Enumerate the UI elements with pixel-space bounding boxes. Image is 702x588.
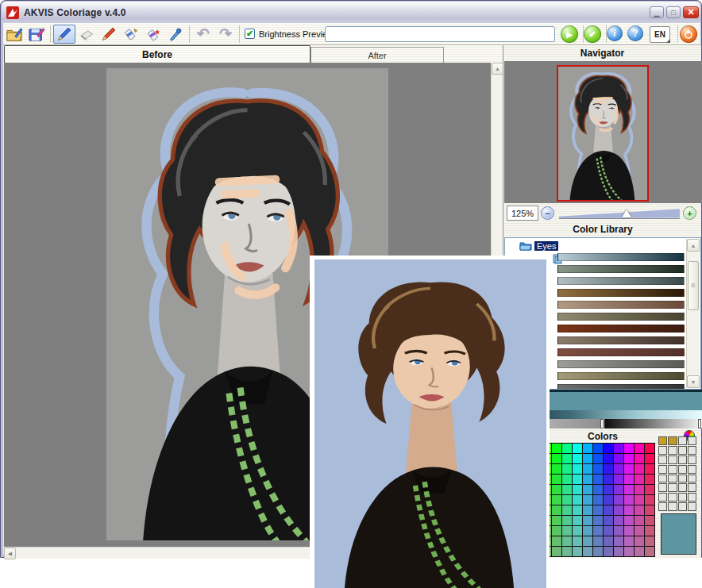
custom-swatch[interactable] xyxy=(678,493,687,502)
palette-color[interactable] xyxy=(624,505,634,515)
palette-color[interactable] xyxy=(645,454,654,463)
palette-color[interactable] xyxy=(593,547,603,556)
palette-color[interactable] xyxy=(552,454,561,463)
palette-color[interactable] xyxy=(604,495,613,505)
palette-color[interactable] xyxy=(624,516,634,525)
gradient-item[interactable] xyxy=(557,289,685,297)
palette-color[interactable] xyxy=(604,526,613,536)
custom-swatch[interactable] xyxy=(688,502,696,511)
palette-color[interactable] xyxy=(645,495,654,505)
palette-color[interactable] xyxy=(593,485,603,494)
eraser-tool-button[interactable] xyxy=(75,25,98,44)
palette-color[interactable] xyxy=(573,526,582,536)
palette-color[interactable] xyxy=(593,536,603,546)
custom-swatch[interactable] xyxy=(668,483,677,492)
custom-swatch[interactable] xyxy=(668,493,677,502)
custom-swatch[interactable] xyxy=(668,436,677,445)
palette-color[interactable] xyxy=(593,495,603,505)
zoom-slider[interactable] xyxy=(559,208,680,220)
palette-color[interactable] xyxy=(604,485,613,494)
undo-button[interactable]: ↶ xyxy=(192,25,214,44)
custom-swatch[interactable] xyxy=(678,465,687,474)
eyedropper-tool-button[interactable] xyxy=(164,25,187,44)
palette-color[interactable] xyxy=(634,464,644,474)
palette-color[interactable] xyxy=(604,505,613,515)
custom-swatch[interactable] xyxy=(658,465,667,474)
custom-swatch[interactable] xyxy=(668,446,677,455)
palette-color[interactable] xyxy=(552,444,561,453)
palette-color[interactable] xyxy=(634,536,644,546)
about-button[interactable]: i xyxy=(607,25,623,41)
palette-color[interactable] xyxy=(634,475,644,484)
palette-color[interactable] xyxy=(552,547,561,556)
palette-color[interactable] xyxy=(614,444,623,453)
gradient-item[interactable] xyxy=(557,348,685,356)
palette-color[interactable] xyxy=(562,536,572,546)
palette-color[interactable] xyxy=(583,505,592,515)
tab-before[interactable]: Before xyxy=(4,45,310,63)
palette-color[interactable] xyxy=(624,464,634,474)
palette-color[interactable] xyxy=(634,495,644,505)
palette-color[interactable] xyxy=(624,454,634,463)
custom-swatch[interactable] xyxy=(678,455,687,464)
gradient-item[interactable] xyxy=(557,325,685,332)
navigator-thumbnail[interactable] xyxy=(557,65,649,202)
palette-color[interactable] xyxy=(614,485,623,494)
range-handle-right[interactable] xyxy=(698,419,701,429)
palette-color[interactable] xyxy=(634,505,644,515)
palette-color[interactable] xyxy=(624,485,634,494)
palette-color[interactable] xyxy=(562,454,572,463)
palette-color[interactable] xyxy=(562,516,572,525)
apply-button[interactable]: ✔ xyxy=(584,25,601,43)
palette-color[interactable] xyxy=(593,444,603,453)
selected-color-swatch[interactable] xyxy=(661,513,696,555)
palette-color[interactable] xyxy=(645,505,654,515)
library-scrollbar[interactable]: ▲ ▼ xyxy=(686,239,700,388)
palette-color[interactable] xyxy=(614,454,623,463)
brightness-preview-checkbox[interactable]: ✔ xyxy=(245,29,255,39)
custom-swatch[interactable] xyxy=(658,475,667,483)
palette-color[interactable] xyxy=(604,547,613,556)
palette-color[interactable] xyxy=(634,516,644,525)
palette-color[interactable] xyxy=(604,444,613,453)
palette-color[interactable] xyxy=(573,516,582,525)
palette-color[interactable] xyxy=(593,516,603,525)
palette-color[interactable] xyxy=(604,536,613,546)
palette-color[interactable] xyxy=(645,444,654,453)
custom-swatch[interactable] xyxy=(668,475,677,483)
tab-after[interactable]: After xyxy=(310,47,444,63)
open-button[interactable] xyxy=(3,25,25,44)
zoom-in-button[interactable]: + xyxy=(683,206,696,220)
custom-swatch[interactable] xyxy=(688,465,696,474)
palette-color[interactable] xyxy=(552,526,561,536)
run-button[interactable]: ▶ xyxy=(561,25,578,43)
zoom-value[interactable]: 125% xyxy=(507,206,538,221)
custom-swatch[interactable] xyxy=(688,436,696,445)
palette-color[interactable] xyxy=(573,464,582,474)
palette-color[interactable] xyxy=(552,495,561,505)
palette-color[interactable] xyxy=(573,454,582,463)
palette-color[interactable] xyxy=(583,547,592,556)
palette-color[interactable] xyxy=(604,475,613,484)
palette-color[interactable] xyxy=(634,547,644,556)
palette-color[interactable] xyxy=(583,485,592,494)
gradient-item[interactable] xyxy=(557,265,685,273)
palette-color[interactable] xyxy=(562,505,572,515)
custom-swatch[interactable] xyxy=(668,455,677,464)
navigator-view[interactable] xyxy=(504,61,702,203)
palette-color[interactable] xyxy=(593,526,603,536)
palette-color[interactable] xyxy=(573,505,582,515)
palette-color[interactable] xyxy=(624,526,634,536)
palette-color[interactable] xyxy=(573,547,582,556)
palette-color[interactable] xyxy=(552,505,561,515)
custom-swatch[interactable] xyxy=(688,455,696,464)
gradient-item[interactable] xyxy=(557,360,685,368)
palette-color[interactable] xyxy=(624,444,634,453)
save-button[interactable] xyxy=(25,25,48,44)
palette-color[interactable] xyxy=(593,505,603,515)
palette-color[interactable] xyxy=(562,495,572,505)
custom-swatch[interactable] xyxy=(658,455,667,464)
minimize-button[interactable]: ▁ xyxy=(650,6,664,18)
palette-color[interactable] xyxy=(634,444,644,453)
custom-swatch[interactable] xyxy=(688,493,696,502)
